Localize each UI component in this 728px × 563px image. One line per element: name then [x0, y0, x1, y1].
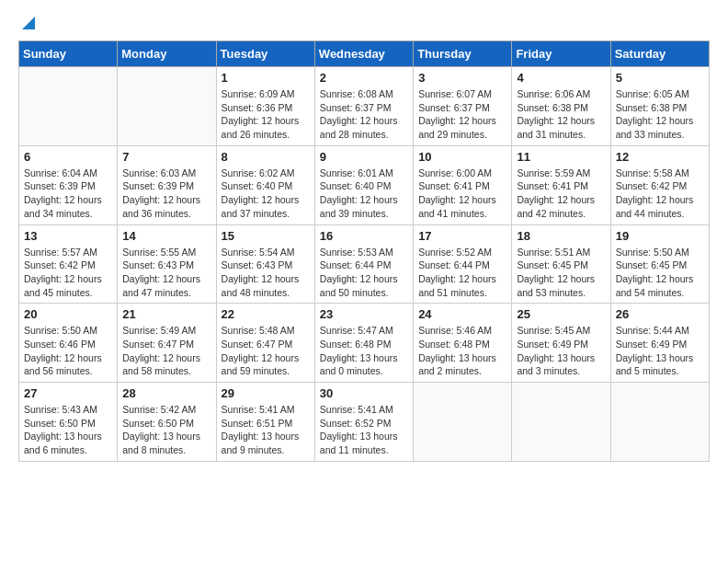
day-number: 18 [517, 229, 605, 243]
day-number: 1 [222, 71, 310, 85]
day-number: 22 [222, 307, 310, 321]
day-info: Sunrise: 5:59 AM Sunset: 6:41 PM Dayligh… [517, 167, 605, 221]
calendar-cell: 14Sunrise: 5:55 AM Sunset: 6:43 PM Dayli… [118, 224, 216, 304]
svg-marker-0 [22, 17, 35, 29]
day-info: Sunrise: 5:45 AM Sunset: 6:49 PM Dayligh… [517, 324, 605, 378]
day-info: Sunrise: 5:51 AM Sunset: 6:45 PM Dayligh… [517, 246, 605, 300]
calendar-cell [512, 383, 610, 462]
calendar-week-row: 20Sunrise: 5:50 AM Sunset: 6:46 PM Dayli… [19, 304, 710, 383]
calendar-cell: 9Sunrise: 6:01 AM Sunset: 6:40 PM Daylig… [314, 145, 413, 224]
day-info: Sunrise: 5:50 AM Sunset: 6:45 PM Dayligh… [616, 246, 704, 300]
calendar-cell: 11Sunrise: 5:59 AM Sunset: 6:41 PM Dayli… [512, 145, 610, 224]
day-number: 14 [122, 229, 210, 243]
calendar-table: SundayMondayTuesdayWednesdayThursdayFrid… [18, 40, 710, 462]
calendar-week-row: 13Sunrise: 5:57 AM Sunset: 6:42 PM Dayli… [19, 224, 710, 304]
day-info: Sunrise: 5:42 AM Sunset: 6:50 PM Dayligh… [122, 403, 210, 457]
day-info: Sunrise: 6:08 AM Sunset: 6:37 PM Dayligh… [320, 87, 408, 142]
calendar-header: SundayMondayTuesdayWednesdayThursdayFrid… [19, 41, 710, 67]
calendar-week-row: 6Sunrise: 6:04 AM Sunset: 6:39 PM Daylig… [19, 145, 710, 224]
day-info: Sunrise: 6:01 AM Sunset: 6:40 PM Dayligh… [320, 167, 408, 221]
day-number: 3 [418, 71, 506, 85]
day-info: Sunrise: 5:49 AM Sunset: 6:47 PM Dayligh… [122, 324, 210, 378]
day-number: 5 [616, 71, 704, 85]
day-number: 27 [24, 386, 112, 400]
day-of-week-header: Friday [512, 41, 610, 67]
calendar-cell: 15Sunrise: 5:54 AM Sunset: 6:43 PM Dayli… [216, 224, 314, 304]
calendar-cell [414, 383, 512, 462]
day-number: 23 [320, 307, 408, 321]
day-number: 20 [24, 307, 112, 321]
day-number: 8 [222, 150, 310, 164]
day-number: 6 [24, 150, 112, 164]
day-info: Sunrise: 6:07 AM Sunset: 6:37 PM Dayligh… [418, 87, 506, 142]
calendar-body: 1Sunrise: 6:09 AM Sunset: 6:36 PM Daylig… [19, 67, 710, 462]
calendar-week-row: 1Sunrise: 6:09 AM Sunset: 6:36 PM Daylig… [19, 67, 710, 146]
day-number: 10 [418, 150, 506, 164]
day-number: 7 [122, 150, 210, 164]
calendar-cell: 28Sunrise: 5:42 AM Sunset: 6:50 PM Dayli… [118, 383, 216, 462]
day-info: Sunrise: 6:06 AM Sunset: 6:38 PM Dayligh… [517, 87, 605, 142]
day-number: 29 [222, 386, 310, 400]
calendar-cell: 25Sunrise: 5:45 AM Sunset: 6:49 PM Dayli… [512, 304, 610, 383]
day-of-week-header: Tuesday [216, 41, 314, 67]
calendar-cell: 8Sunrise: 6:02 AM Sunset: 6:40 PM Daylig… [216, 145, 314, 224]
day-number: 17 [418, 229, 506, 243]
day-number: 25 [517, 307, 605, 321]
logo [18, 18, 37, 31]
calendar-cell: 7Sunrise: 6:03 AM Sunset: 6:39 PM Daylig… [118, 145, 216, 224]
day-number: 13 [24, 229, 112, 243]
day-info: Sunrise: 5:57 AM Sunset: 6:42 PM Dayligh… [24, 246, 112, 300]
calendar-cell: 26Sunrise: 5:44 AM Sunset: 6:49 PM Dayli… [610, 304, 709, 383]
day-info: Sunrise: 5:58 AM Sunset: 6:42 PM Dayligh… [616, 167, 704, 221]
day-of-week-header: Monday [118, 41, 216, 67]
day-number: 16 [320, 229, 408, 243]
day-info: Sunrise: 5:48 AM Sunset: 6:47 PM Dayligh… [222, 324, 310, 378]
calendar-cell: 30Sunrise: 5:41 AM Sunset: 6:52 PM Dayli… [314, 383, 413, 462]
calendar-cell [19, 67, 118, 146]
day-of-week-header: Sunday [19, 41, 118, 67]
day-number: 26 [616, 307, 704, 321]
day-number: 4 [517, 71, 605, 85]
calendar-cell: 2Sunrise: 6:08 AM Sunset: 6:37 PM Daylig… [314, 67, 413, 146]
calendar-cell: 29Sunrise: 5:41 AM Sunset: 6:51 PM Dayli… [216, 383, 314, 462]
day-info: Sunrise: 5:53 AM Sunset: 6:44 PM Dayligh… [320, 246, 408, 300]
day-info: Sunrise: 6:04 AM Sunset: 6:39 PM Dayligh… [24, 167, 112, 221]
day-number: 30 [320, 386, 408, 400]
header-row: SundayMondayTuesdayWednesdayThursdayFrid… [19, 41, 710, 67]
calendar-cell: 13Sunrise: 5:57 AM Sunset: 6:42 PM Dayli… [19, 224, 118, 304]
day-of-week-header: Saturday [610, 41, 709, 67]
calendar-cell: 1Sunrise: 6:09 AM Sunset: 6:36 PM Daylig… [216, 67, 314, 146]
day-info: Sunrise: 6:09 AM Sunset: 6:36 PM Dayligh… [222, 87, 310, 142]
calendar-cell: 22Sunrise: 5:48 AM Sunset: 6:47 PM Dayli… [216, 304, 314, 383]
day-info: Sunrise: 5:55 AM Sunset: 6:43 PM Dayligh… [122, 246, 210, 300]
calendar-cell: 27Sunrise: 5:43 AM Sunset: 6:50 PM Dayli… [19, 383, 118, 462]
day-number: 9 [320, 150, 408, 164]
day-of-week-header: Thursday [414, 41, 512, 67]
calendar-cell: 4Sunrise: 6:06 AM Sunset: 6:38 PM Daylig… [512, 67, 610, 146]
calendar-cell: 21Sunrise: 5:49 AM Sunset: 6:47 PM Dayli… [118, 304, 216, 383]
calendar-cell: 17Sunrise: 5:52 AM Sunset: 6:44 PM Dayli… [414, 224, 512, 304]
day-info: Sunrise: 6:05 AM Sunset: 6:38 PM Dayligh… [616, 87, 704, 142]
day-number: 11 [517, 150, 605, 164]
day-number: 2 [320, 71, 408, 85]
day-info: Sunrise: 6:03 AM Sunset: 6:39 PM Dayligh… [122, 167, 210, 221]
day-info: Sunrise: 5:44 AM Sunset: 6:49 PM Dayligh… [616, 324, 704, 378]
calendar-cell [610, 383, 709, 462]
day-number: 21 [122, 307, 210, 321]
day-info: Sunrise: 6:00 AM Sunset: 6:41 PM Dayligh… [418, 167, 506, 221]
day-info: Sunrise: 6:02 AM Sunset: 6:40 PM Dayligh… [222, 167, 310, 221]
day-number: 24 [418, 307, 506, 321]
day-number: 12 [616, 150, 704, 164]
day-number: 19 [616, 229, 704, 243]
day-info: Sunrise: 5:54 AM Sunset: 6:43 PM Dayligh… [222, 246, 310, 300]
day-number: 15 [222, 229, 310, 243]
calendar-cell: 10Sunrise: 6:00 AM Sunset: 6:41 PM Dayli… [414, 145, 512, 224]
calendar-cell: 24Sunrise: 5:46 AM Sunset: 6:48 PM Dayli… [414, 304, 512, 383]
calendar-week-row: 27Sunrise: 5:43 AM Sunset: 6:50 PM Dayli… [19, 383, 710, 462]
calendar-cell: 3Sunrise: 6:07 AM Sunset: 6:37 PM Daylig… [414, 67, 512, 146]
day-number: 28 [122, 386, 210, 400]
day-info: Sunrise: 5:50 AM Sunset: 6:46 PM Dayligh… [24, 324, 112, 378]
logo-triangle-icon [20, 15, 37, 31]
calendar-cell: 19Sunrise: 5:50 AM Sunset: 6:45 PM Dayli… [610, 224, 709, 304]
calendar-cell: 6Sunrise: 6:04 AM Sunset: 6:39 PM Daylig… [19, 145, 118, 224]
